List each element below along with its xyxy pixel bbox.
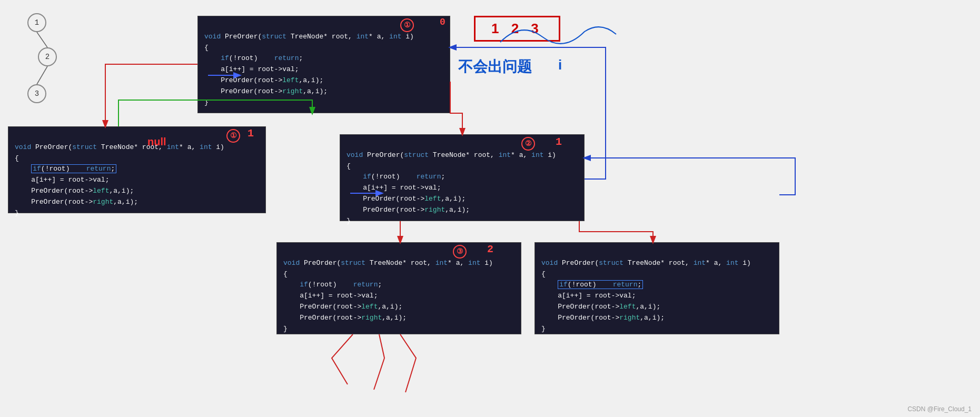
tree-diagram: 1 2 3 — [11, 11, 63, 116]
badge-step-3: 2 — [487, 243, 493, 255]
svg-line-0 — [37, 32, 47, 47]
code-box-3: void PreOrder(struct TreeNode* root, int… — [276, 242, 521, 334]
no-problem-label: 不会出问题 — [458, 57, 532, 77]
badge-step-2: 1 — [556, 136, 562, 148]
code-box-0: void PreOrder(struct TreeNode* root, int… — [197, 16, 450, 113]
svg-line-1 — [37, 66, 47, 84]
watermark: CSDN @Fire_Cloud_1 — [907, 405, 972, 413]
badge-circle-1: ① — [226, 129, 240, 143]
i-label: i — [558, 57, 562, 73]
badge-step-0: 0 — [440, 17, 446, 27]
badge-circle-2: ② — [521, 137, 535, 151]
code-box-4: void PreOrder(struct TreeNode* root, int… — [534, 242, 779, 334]
code-box-2: void PreOrder(struct TreeNode* root, int… — [340, 134, 585, 221]
badge-step-1: 1 — [248, 127, 254, 140]
badge-circle-3: ③ — [453, 245, 467, 259]
seq-numbers: 1 2 3 — [491, 21, 543, 36]
null-label: null — [147, 136, 166, 148]
badge-circle-0: ① — [400, 18, 414, 32]
tree-lines — [11, 11, 74, 116]
sequence-box: 1 2 3 — [474, 16, 560, 42]
